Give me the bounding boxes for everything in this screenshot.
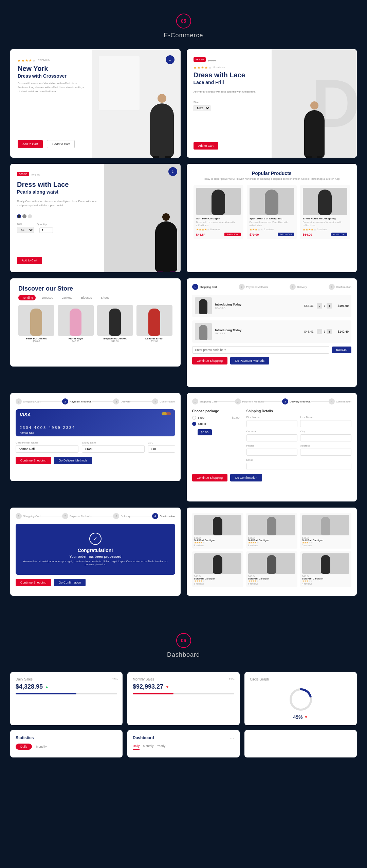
input-lastname[interactable] (300, 420, 351, 427)
card-payment-methods: 1 Shopping Cart 2 Payment Methods 3 Deli… (10, 393, 181, 481)
dots-menu-icon[interactable]: ⋯ (230, 735, 234, 741)
pay-step-cart: 1 Shopping Cart (16, 398, 40, 405)
input-email[interactable] (246, 463, 352, 470)
qty-minus-2[interactable]: - (317, 329, 322, 334)
step-label-4: Confirmation (336, 285, 351, 289)
discover-tabs: Trending Dresses Jackets Blouses Shoes (18, 295, 172, 300)
pay-step-num-1: 1 (16, 398, 22, 405)
card3-size-select[interactable]: XLSML (17, 227, 34, 233)
cart-actions: Continue Shopping Go Payment Methods (192, 357, 352, 364)
expiry-input[interactable] (82, 445, 145, 453)
delivery-continue-btn[interactable]: Continue Shopping (192, 474, 228, 481)
browse-figure-2 (70, 309, 81, 336)
payment-next-btn[interactable]: Go Delivery Methods (54, 457, 92, 464)
dash-tabs-header: Dashboard ⋯ (133, 735, 234, 741)
field-address: Address (300, 444, 351, 456)
color-white[interactable] (28, 214, 32, 218)
card3-colors (17, 214, 97, 218)
confirm-continue-btn[interactable]: Continue Shopping (16, 579, 51, 586)
circle-graph-card: Circle Graph 45% ▼ (244, 672, 357, 725)
card2-title-main: Dress with Lace (194, 71, 265, 79)
product2-add-btn[interactable]: Add to Cart (278, 233, 294, 236)
browse-img-3 (97, 305, 133, 336)
confirm-actions: Continue Shopping Go Confirmation (16, 579, 175, 586)
cart-next-btn[interactable]: Go Payment Methods (230, 357, 269, 364)
card2-desc: Asymmetric dress with lace and frill wit… (194, 90, 265, 94)
c2-star: ★ (194, 66, 197, 70)
grid-img-1 (194, 515, 241, 535)
tab-blouses[interactable]: Blouses (78, 295, 95, 300)
product-rating: ★ ★ ★ ★ ★ PREMIUM (18, 59, 85, 62)
card1-wishlist-btn[interactable]: + Add to Cart (47, 140, 75, 148)
cardholder-field: Card Holder Name (16, 441, 78, 453)
reviews-count: PREMIUM (38, 59, 51, 62)
product1-add-btn[interactable]: Add to Cart (224, 233, 240, 236)
radio-super[interactable] (192, 422, 196, 426)
confirm-next-btn[interactable]: Go Confirmation (54, 579, 86, 586)
dash-tabs-title: Dashboard (133, 735, 154, 740)
popular-subtitle: Today is super powerful UI kit with hund… (194, 177, 350, 180)
qty-plus-1[interactable]: + (327, 303, 332, 309)
input-city[interactable] (300, 434, 351, 441)
tab-dresses[interactable]: Dresses (39, 295, 56, 300)
qty-minus-1[interactable]: - (317, 303, 322, 309)
expiry-field: Expiry Date (82, 441, 145, 453)
super-label: Super (198, 422, 206, 426)
color-gray[interactable] (22, 214, 26, 218)
pay-divider-2 (92, 401, 113, 402)
card3-add-cart-btn[interactable]: Add to Cart (17, 257, 42, 264)
card1-left: ★ ★ ★ ★ ★ PREMIUM New York Dress with Cr… (10, 49, 92, 158)
cvv-label: CVV (148, 441, 175, 444)
tab-trending[interactable]: Trending (18, 295, 36, 300)
tab-jackets[interactable]: Jackets (59, 295, 75, 300)
cart-img-1 (195, 297, 212, 314)
product2-img (250, 188, 294, 215)
input-firstname[interactable] (246, 420, 298, 427)
free-label: Free (198, 416, 205, 419)
card2-size-select[interactable]: Maxi Mini Midi (194, 105, 210, 111)
shipping-title: Shipping Details (246, 409, 352, 413)
color-dark[interactable] (17, 214, 21, 218)
input-phone[interactable] (246, 449, 298, 456)
tab-yearly[interactable]: Yearly (157, 744, 166, 750)
promo-input[interactable] (192, 346, 330, 354)
popular-product-1: Soft Feel Cardigan Dress with crossover … (194, 185, 243, 239)
card1-add-cart-btn[interactable]: Add to Cart (18, 140, 43, 148)
cart-continue-btn[interactable]: Continue Shopping (192, 357, 228, 364)
card3-qty-input[interactable] (39, 228, 53, 233)
qty-plus-2[interactable]: + (327, 329, 332, 334)
tab-shoes[interactable]: Shoes (98, 295, 112, 300)
browse-price-2: $45.00 (58, 340, 94, 342)
popular-product-3: Sport Hours of Designing Dress with cros… (300, 185, 350, 239)
card-product-grid: $45.84 Soft Feel Cardigan ★★★★★ 8 review… (187, 508, 357, 596)
step-divider-3 (307, 287, 329, 287)
product3-add-btn[interactable]: Add to Cart (331, 233, 347, 236)
grid-img-4 (194, 553, 241, 574)
card-confirmation: 1 Shopping Cart 2 Payment Methods 3 Deli… (10, 508, 181, 596)
payment-fields: Card Holder Name Expiry Date CVV (16, 441, 175, 453)
tab-daily[interactable]: Daily (133, 744, 140, 750)
tab-monthly[interactable]: Monthly (143, 744, 154, 750)
step-num-4: 4 (329, 284, 335, 290)
grid-img-6 (302, 553, 349, 574)
conf-step-4: 4 Confirmation (152, 513, 175, 519)
pay-divider-3 (130, 401, 152, 402)
input-address[interactable] (300, 449, 351, 456)
del-step-num-4: 4 (329, 398, 335, 405)
delivery-next-btn[interactable]: Go Confirmation (230, 474, 262, 481)
payment-continue-btn[interactable]: Continue Shopping (16, 457, 51, 464)
del-step-2: 2 Payment Methods (235, 398, 264, 405)
card2-add-cart-btn[interactable]: Add to Cart (194, 142, 219, 150)
monthly-sales-card: Monthly Sales $92,993.27 ▼ 19% (127, 672, 240, 725)
cart-figure-1 (199, 299, 207, 314)
input-country[interactable] (246, 434, 298, 441)
daily-percent: 37% (112, 677, 118, 681)
stats-daily-btn[interactable]: Daily (16, 744, 32, 750)
section-number-dashboard: 06 (176, 633, 191, 648)
section-title-dashboard: Dashboard (167, 651, 200, 658)
stats-monthly-btn[interactable]: Monthly (33, 744, 50, 750)
radio-free[interactable] (192, 416, 196, 420)
pay-step-label-4: Confirmation (160, 400, 175, 403)
cardholder-input[interactable] (16, 445, 78, 453)
cvv-input[interactable] (148, 445, 175, 453)
